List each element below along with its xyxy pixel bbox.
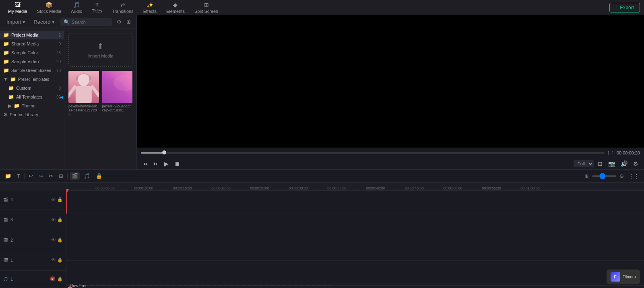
add-text-button[interactable]: T [15, 172, 22, 180]
more-options-icon[interactable]: ⋮⋮ [627, 172, 641, 180]
visibility-icon-3[interactable]: 👁 [51, 217, 56, 222]
waveform-bar [109, 286, 110, 286]
search-bar[interactable]: 🔍 [60, 18, 112, 26]
audio-1-icons: 🔇 🔒 [50, 276, 63, 282]
waveform-bar [95, 286, 95, 286]
waveform-bar [124, 286, 124, 286]
media-item-pink[interactable]: pexels-jv-buenconcejo-2719301 [102, 71, 133, 116]
waveform-bar [235, 286, 235, 286]
settings-icon[interactable]: ⚙ [632, 160, 640, 168]
quality-select[interactable]: Full 1/2 1/4 [574, 160, 594, 167]
waveform-bar [134, 286, 135, 286]
import-area[interactable]: ⬆ Import Media [68, 33, 132, 67]
waveform-bar [270, 286, 270, 286]
play-button[interactable]: ▶ [163, 160, 170, 168]
redo-button[interactable]: ↪ [37, 172, 45, 180]
lock-icon-a1[interactable]: 🔒 [57, 276, 63, 282]
waveform-bar [96, 286, 97, 286]
tree-item-custom[interactable]: 📁 Custom 0 [0, 84, 64, 93]
tree-item-sample-color[interactable]: 📁 Sample Color 25 [0, 48, 64, 57]
nav-my-media[interactable]: 🖼 My Media [4, 0, 31, 15]
fit-screen-icon[interactable]: ⊡ [596, 160, 604, 168]
waveform-bar [284, 286, 285, 286]
folder-icon: 📁 [3, 32, 9, 38]
waveform-bar [156, 286, 157, 286]
tree-item-theme[interactable]: ▶ 📁 Theme [0, 101, 64, 110]
export-button[interactable]: ↑ Export [609, 3, 640, 12]
screenshot-icon[interactable]: 📷 [607, 160, 617, 168]
zoom-in-icon[interactable]: ⊕ [583, 172, 590, 180]
import-button[interactable]: Import ▾ [4, 18, 28, 26]
lock-icon-1[interactable]: 🔒 [57, 257, 63, 263]
waveform-bar [166, 286, 167, 286]
stop-button[interactable]: ⏹ [173, 160, 182, 168]
audio-waveform [90, 286, 641, 286]
lock-icon-4[interactable]: 🔒 [57, 197, 63, 202]
nav-transitions[interactable]: ⇄ Transitions [108, 0, 137, 15]
waveform-bar [239, 286, 240, 286]
search-input[interactable] [72, 20, 109, 25]
waveform-bar [125, 286, 126, 286]
waveform-bar [237, 286, 238, 286]
time-ruler: 00:00:05:0000:00:10:0000:00:15:0000:00:2… [66, 183, 644, 191]
time-display: 00:00:00:20 [617, 150, 640, 155]
lock-icon-2[interactable]: 🔒 [57, 237, 63, 243]
waveform-bar [227, 286, 228, 286]
zoom-out-icon[interactable]: ⊖ [618, 172, 625, 180]
media-name-person: pexels-bennie-lukas-bester-1217205 [68, 104, 99, 116]
waveform-bar [98, 286, 99, 286]
nav-audio[interactable]: 🎵 Audio [67, 0, 86, 15]
tree-item-all-templates[interactable]: 📁 All Templates 92 ◀ [0, 93, 64, 101]
view-options-icon[interactable]: ⊞ [125, 18, 132, 26]
nav-split-screen[interactable]: ⊞ Split Screen [190, 0, 222, 15]
delete-button[interactable]: ✂ [47, 172, 55, 180]
step-back-button[interactable]: ⏭ [152, 160, 160, 167]
volume-icon[interactable]: 🔊 [619, 160, 629, 168]
waveform-bar [252, 286, 252, 286]
waveform-bar [255, 286, 256, 286]
visibility-icon-1[interactable]: 👁 [51, 257, 56, 263]
tree-item-project-media[interactable]: 📁 Project Media 2 [0, 31, 64, 39]
waveform-bar [204, 286, 205, 286]
export-icon: ↑ [615, 5, 618, 10]
filter-icon[interactable]: ⚙ [115, 18, 123, 26]
visibility-icon-2[interactable]: 👁 [51, 237, 56, 243]
waveform-bar [184, 286, 185, 286]
video-track-button[interactable]: 🎬 [70, 172, 80, 180]
waveform-bar [264, 286, 264, 286]
waveform-bar [113, 286, 114, 286]
tree-item-sample-video[interactable]: 📁 Sample Video 20 [0, 57, 64, 66]
record-button[interactable]: Record ▾ [31, 18, 57, 26]
waveform-bar [246, 286, 246, 286]
nav-effects[interactable]: ✨ Effects [139, 0, 161, 15]
audio-track-button[interactable]: 🎵 [82, 172, 92, 180]
tree-item-sample-green[interactable]: 📁 Sample Green Screen 10 [0, 66, 64, 75]
mute-icon-1[interactable]: 🔇 [50, 276, 56, 282]
add-media-button[interactable]: 📁 [3, 172, 13, 180]
progress-fill [141, 152, 164, 154]
photos-library-icon: ⚙ [3, 112, 8, 117]
progress-bar[interactable] [141, 152, 605, 154]
split-button[interactable]: ⊟ [57, 172, 65, 180]
waveform-bar [328, 286, 328, 286]
ruler-mark: 00:00:10:00 [134, 186, 153, 190]
nav-elements[interactable]: ◆ Elements [162, 0, 189, 15]
visibility-icon-4[interactable]: 👁 [51, 197, 56, 202]
media-item-person[interactable]: pexels-bennie-lukas-bester-1217205 [68, 71, 99, 116]
zoom-slider[interactable] [592, 175, 616, 177]
waveform-bar [154, 286, 155, 286]
audio-clip[interactable]: × Flow Free [66, 286, 644, 286]
waveform-bar [214, 286, 215, 286]
lock-icon-3[interactable]: 🔒 [57, 217, 63, 222]
tree-item-preset-templates[interactable]: ▼ 📁 Preset Templates [0, 75, 64, 84]
nav-titles[interactable]: T Titles [88, 0, 106, 15]
tree-item-photos-library[interactable]: ⚙ Photos Library [0, 110, 64, 119]
rewind-button[interactable]: ⏮ [141, 160, 150, 168]
waveform-bar [119, 286, 120, 286]
lock-button[interactable]: 🔒 [94, 172, 104, 180]
nav-stock-media[interactable]: 📦 Stock Media [33, 0, 66, 15]
tree-item-shared-media[interactable]: 📁 Shared Media 0 [0, 39, 64, 48]
waveform-bar [224, 286, 225, 286]
undo-button[interactable]: ↩ [27, 172, 35, 180]
waveform-bar [302, 286, 303, 286]
